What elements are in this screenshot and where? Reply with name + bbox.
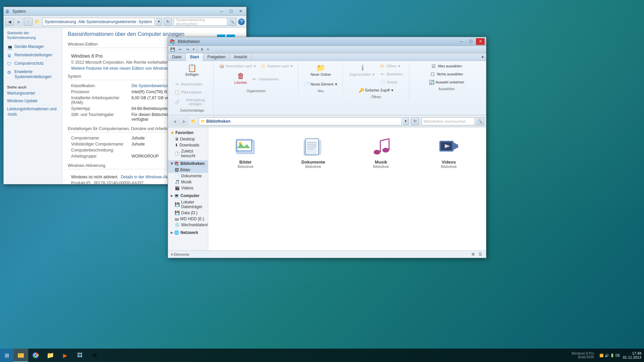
libraries-minimize-button[interactable]: ─: [457, 38, 466, 45]
system-maximize-button[interactable]: ☐: [227, 8, 235, 15]
sidebar-item-wartung[interactable]: Wartungscenter: [7, 91, 59, 96]
lib-back-button[interactable]: ◀: [170, 117, 179, 125]
taskbar-file-explorer[interactable]: [13, 349, 28, 362]
open-group-label: Öffnen: [371, 95, 381, 99]
taskbar-settings[interactable]: ⚙: [87, 349, 102, 362]
list-item[interactable]: Videos Bibliothek: [418, 133, 479, 171]
ribbon-tab-datei[interactable]: Datei: [168, 53, 186, 61]
history-label: Verlauf: [387, 80, 397, 84]
favorites-header[interactable]: ★ Favoriten: [168, 129, 208, 136]
sidebar-item-recent[interactable]: 🕐 Zuletzt besucht: [168, 148, 208, 159]
network-tray-icon[interactable]: 📶: [599, 354, 603, 357]
ribbon-copy-button[interactable]: 📁 Kopieren nach ▼: [259, 62, 295, 70]
sidebar-item-device-manager[interactable]: 💻 Geräte-Manager: [7, 44, 59, 50]
ribbon-tab-freigeben[interactable]: Freigeben: [203, 53, 230, 61]
taskbar-app5[interactable]: 🖼: [72, 349, 87, 362]
ribbon-select-all-button[interactable]: ☑ Alles auswählen: [429, 62, 464, 70]
ribbon-collapse-button[interactable]: ▲: [479, 53, 486, 59]
move-label: Verschieben nach ▼: [226, 64, 257, 68]
lib-refresh-button[interactable]: ↻: [411, 117, 419, 125]
sidebar-item-protection[interactable]: 🛡 Computerschutz: [7, 61, 59, 67]
system-refresh-button[interactable]: ↻: [164, 18, 172, 26]
system-search-button[interactable]: 🔍: [228, 18, 236, 26]
qa-undo-button[interactable]: ↩: [177, 47, 183, 53]
network-header[interactable]: ▸ 🌐 Netzwerk: [168, 229, 208, 236]
qa-save-button[interactable]: 💾: [169, 47, 176, 53]
libraries-header-icon: 📚: [174, 161, 179, 166]
sidebar-item-windows-update[interactable]: Windows Update: [7, 99, 59, 104]
lib-search-button[interactable]: 🔍: [476, 117, 484, 125]
address-dropdown-button[interactable]: ▼: [156, 18, 162, 26]
ribbon-rename-button[interactable]: ✏ Umbenennen: [250, 70, 280, 88]
system-forward-button[interactable]: ▶: [14, 18, 23, 26]
sidebar-item-bilder[interactable]: 🖼 Bilder: [168, 167, 208, 173]
view-large-icons-button[interactable]: ⊞: [470, 251, 476, 257]
system-minimize-button[interactable]: ─: [217, 8, 226, 15]
list-item[interactable]: Bilder Bibliothek: [215, 133, 276, 171]
system-search-bar[interactable]: Systemsteuerung durchsuchen: [174, 18, 227, 26]
libraries-maximize-button[interactable]: ☐: [467, 38, 475, 45]
sidebar-item-desktop[interactable]: 🖥 Desktop: [168, 136, 208, 142]
ribbon-properties-button[interactable]: ℹ Eigenschaften ▼: [347, 62, 378, 86]
taskbar-media[interactable]: ▶: [58, 349, 72, 362]
system-back-button[interactable]: ◀: [5, 18, 14, 26]
sidebar-home-link[interactable]: Startseite der Systemsteuerung: [7, 31, 59, 40]
taskbar-clock[interactable]: 17:48 01.11.2013: [623, 351, 641, 359]
sidebar-item-dokumente[interactable]: 📄 Dokumente: [168, 173, 208, 179]
bilder-name: Bilder: [239, 160, 252, 165]
volume-tray-icon[interactable]: 🔊: [605, 354, 609, 357]
ribbon-cut-button[interactable]: ✂ Ausschneiden: [173, 80, 211, 88]
ribbon-invert-button[interactable]: 🔄 Auswahl umkehren: [427, 78, 466, 86]
lib-address-bar[interactable]: 📁 Bibliotheken: [199, 117, 402, 125]
battery-tray-icon[interactable]: 🔋: [610, 354, 614, 357]
ribbon-new-item-button[interactable]: 📄 Neues Element ▼: [302, 80, 339, 88]
sidebar-item-data-drive[interactable]: 💾 Data (D:): [168, 210, 208, 216]
ribbon-copy-path-button[interactable]: 📋 Pfad kopieren: [173, 88, 211, 96]
sidebar-item-performance[interactable]: Leistungsinformationen und -tools: [7, 107, 59, 117]
sidebar-item-wd-hdd[interactable]: 🖴 WD HDD (E:): [168, 216, 208, 222]
lib-search-bar[interactable]: Bibliotheken durchsuchen: [421, 117, 475, 125]
system-address-bar[interactable]: Systemsteuerung › Alle Systemsteuerungse…: [42, 18, 155, 26]
ribbon-tab-ansicht[interactable]: Ansicht: [230, 53, 251, 61]
ribbon-open-button[interactable]: 📂 Öffnen ▼: [378, 62, 405, 70]
sidebar-item-advanced[interactable]: ⚙ Erweiterte Systemeinstellungen: [7, 69, 59, 80]
sidebar-item-removable[interactable]: 💿 Wechseldatenträger: [168, 222, 208, 228]
list-item[interactable]: Dokumente Bibliothek: [283, 133, 344, 171]
ribbon-history-button[interactable]: 🕐 Verlauf: [378, 78, 405, 86]
system-up-button[interactable]: ↑: [24, 18, 33, 26]
qa-redo-button[interactable]: ↪: [184, 47, 191, 53]
language-tray[interactable]: DE: [615, 354, 620, 357]
taskbar-explorer2[interactable]: 📁: [43, 349, 58, 362]
ribbon-edit-button[interactable]: ✏ Bearbeiten: [378, 70, 405, 78]
klassifikation-label: Klassifikation:: [71, 83, 131, 88]
computer-header[interactable]: ▸ 💻 Computer: [168, 192, 208, 199]
lib-address-dropdown[interactable]: ▼: [403, 117, 409, 125]
system-close-button[interactable]: ✕: [236, 8, 245, 15]
sidebar-item-downloads[interactable]: ⬇ Downloads: [168, 142, 208, 148]
ribbon-tab-start[interactable]: Start: [186, 53, 203, 61]
sidebar-item-remote[interactable]: 🖥 Remoteeinstellungen: [7, 53, 59, 58]
sidebar-item-videos[interactable]: 🎬 Videos: [168, 185, 208, 191]
ribbon-paste-shortcut-button[interactable]: 🔗 Verknüpfung einfügen: [173, 97, 211, 107]
sidebar-item-musik[interactable]: 🎵 Musik: [168, 179, 208, 185]
view-list-button[interactable]: ☰: [477, 251, 483, 257]
ribbon-delete-button[interactable]: 🗑 Löschen: [232, 70, 250, 88]
ribbon-paste-button[interactable]: 📋 Einfügen: [183, 62, 201, 80]
start-button[interactable]: ⊞: [0, 349, 13, 362]
libraries-close-button[interactable]: ✕: [476, 38, 485, 45]
sidebar-item-local-drive[interactable]: 💾 Lokaler Datenträger: [168, 199, 208, 210]
svg-line-21: [380, 139, 389, 141]
qa-dropdown-button[interactable]: ▼: [192, 48, 196, 51]
ribbon-new-folder-button[interactable]: 📁 Neuer Ordner: [308, 62, 333, 80]
qa-up-button[interactable]: ⬆: [199, 47, 205, 53]
list-item[interactable]: Musik Bibliothek: [351, 133, 412, 171]
ribbon-move-button[interactable]: 📦 Verschieben nach ▼: [217, 62, 258, 70]
system-help-button[interactable]: ?: [238, 18, 245, 25]
ribbon-easy-access-button[interactable]: 🔑 Einfacher Zugriff ▼: [357, 86, 396, 94]
taskbar-chrome[interactable]: [28, 349, 43, 362]
libraries-header[interactable]: ▾ 📚 Bibliotheken: [168, 160, 208, 167]
ribbon-select-none-button[interactable]: ☐ Nichts auswählen: [428, 70, 465, 78]
sidebar-item-advanced-label: Erweiterte Systemeinstellungen: [14, 69, 59, 80]
lib-forward-button[interactable]: ▶: [180, 117, 189, 125]
qa-up-dropdown[interactable]: ▼: [206, 48, 210, 51]
